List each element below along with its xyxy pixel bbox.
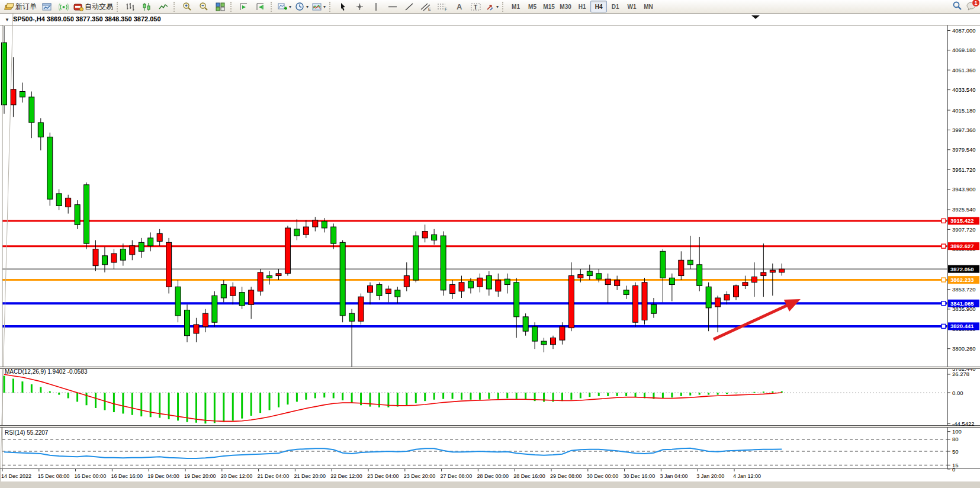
template-icon xyxy=(312,2,322,11)
dropdown-arrow-icon[interactable]: ▾ xyxy=(323,4,326,9)
price-label: 3841.065 xyxy=(950,300,974,307)
candle-body xyxy=(84,185,89,243)
line-chart-button[interactable] xyxy=(155,0,172,13)
arrows-button[interactable]: ▾ xyxy=(484,0,500,13)
candle-body xyxy=(551,338,556,344)
profile-prev-button[interactable] xyxy=(252,0,269,13)
period-button[interactable]: ▾ xyxy=(293,0,310,13)
tf-h1-label: H1 xyxy=(579,4,586,10)
time-tick-label: 3 Jan 04:00 xyxy=(660,473,687,479)
rsi-indicator-label: RSI(14) 55.2207 xyxy=(5,429,49,436)
header-collapse-icon[interactable]: ▼ xyxy=(5,17,9,23)
tf-mn-label: MN xyxy=(644,4,653,10)
cursor-icon xyxy=(339,2,347,11)
candle-body xyxy=(624,290,629,294)
candle-body xyxy=(505,279,510,284)
line-anchor-marker[interactable] xyxy=(942,219,946,223)
candle-body xyxy=(633,285,638,322)
tile-windows-button[interactable] xyxy=(212,0,229,13)
line-anchor-marker[interactable] xyxy=(942,324,946,328)
candle-body xyxy=(157,233,162,241)
candle-body xyxy=(385,289,391,293)
time-tick-label: 22 Dec 12:00 xyxy=(330,473,362,479)
zoom-out-button[interactable] xyxy=(195,0,212,13)
candle-body xyxy=(568,276,574,328)
cursor-button[interactable] xyxy=(335,0,351,13)
time-tick-label: 16 Dec 16:00 xyxy=(111,473,143,479)
notifications-button[interactable]: 1 xyxy=(966,1,976,13)
candle-body xyxy=(358,297,364,321)
line-anchor-marker[interactable] xyxy=(942,301,946,306)
time-tick-label: 20 Dec 12:00 xyxy=(221,473,253,479)
time-tick-label: 27 Dec 08:00 xyxy=(441,473,473,479)
timeframe-button-H4[interactable]: H4 xyxy=(590,1,607,12)
candle-body xyxy=(395,290,400,297)
fibonacci-button[interactable]: F xyxy=(434,0,451,13)
timeframe-button-H1[interactable]: H1 xyxy=(574,1,590,12)
crosshair-button[interactable] xyxy=(351,0,368,13)
candle-body xyxy=(642,282,647,320)
text-label-button[interactable]: T xyxy=(467,0,484,13)
price-tick-label: 4015.180 xyxy=(952,107,976,114)
toolbar-separator xyxy=(230,2,233,12)
search-button[interactable] xyxy=(952,1,962,13)
dropdown-arrow-icon[interactable]: ▾ xyxy=(496,4,499,9)
timeframe-button-M15[interactable]: M15 xyxy=(541,1,557,12)
timeframe-button-M5[interactable]: M5 xyxy=(524,1,541,12)
candle-body xyxy=(413,236,419,280)
new-order-button[interactable]: 新订单 xyxy=(2,0,38,13)
tf-m5-label: M5 xyxy=(528,4,536,10)
candle-body xyxy=(422,232,428,238)
timeframe-button-D1[interactable]: D1 xyxy=(607,1,624,12)
crosshair-icon xyxy=(355,2,364,11)
candle-body xyxy=(368,285,373,292)
candlestick-chart-button[interactable] xyxy=(139,0,155,13)
candle-body xyxy=(212,296,217,322)
candle-body xyxy=(130,246,135,255)
line-anchor-marker[interactable] xyxy=(942,244,946,248)
timeframe-button-W1[interactable]: W1 xyxy=(624,1,640,12)
candle-body xyxy=(139,242,144,251)
candle-body xyxy=(751,277,757,282)
horizontal-line-button[interactable] xyxy=(384,0,401,13)
dropdown-arrow-icon[interactable]: ▾ xyxy=(306,4,309,9)
text-icon: A xyxy=(455,2,463,11)
candle-body xyxy=(743,282,748,286)
vertical-line-button[interactable] xyxy=(368,0,384,13)
candle-body xyxy=(477,278,483,287)
trend-line-button[interactable] xyxy=(401,0,417,13)
svg-text:T: T xyxy=(474,4,477,10)
symbol-ohlc-header: SP500-,H4 3869.050 3877.350 3848.350 387… xyxy=(13,15,161,23)
bar-chart-button[interactable] xyxy=(122,0,139,13)
auto-trading-button[interactable]: 自动交易 xyxy=(72,0,115,13)
dropdown-arrow-icon[interactable]: ▾ xyxy=(289,4,291,9)
charts-window-button[interactable] xyxy=(38,0,55,13)
time-tick-label: 30 Dec 00:00 xyxy=(587,473,619,479)
profile-next-button[interactable] xyxy=(236,0,252,13)
trend-line-icon xyxy=(404,2,414,11)
line-anchor-marker[interactable] xyxy=(942,278,946,282)
add-indicator-icon xyxy=(278,2,287,11)
candle-body xyxy=(770,270,775,272)
tf-w1-label: W1 xyxy=(628,4,637,10)
candle-body xyxy=(724,294,730,300)
candle-body xyxy=(615,280,620,285)
arrows-icon xyxy=(486,2,494,11)
toolbar-separator xyxy=(329,2,332,12)
candle-body xyxy=(38,123,43,137)
add-indicator-button[interactable]: ▾ xyxy=(276,0,293,13)
timeframe-button-M1[interactable]: M1 xyxy=(507,1,524,12)
template-button[interactable]: ▾ xyxy=(310,0,327,13)
candle-body xyxy=(404,276,409,287)
zoom-in-button[interactable] xyxy=(179,0,195,13)
signals-button[interactable] xyxy=(55,0,72,13)
time-tick-label: 14 Dec 2022 xyxy=(1,473,31,479)
text-button[interactable]: A xyxy=(451,0,467,13)
equidistant-channel-button[interactable]: E xyxy=(417,0,434,13)
svg-text:F: F xyxy=(445,7,447,11)
price-tick-label: 4069.180 xyxy=(952,47,976,53)
timeframe-button-M30[interactable]: M30 xyxy=(557,1,574,12)
price-label: 3915.422 xyxy=(950,217,974,224)
timeframe-button-MN[interactable]: MN xyxy=(640,1,657,12)
chart-area[interactable]: 4087.0004069.1804051.3604033.5404015.180… xyxy=(0,0,980,488)
